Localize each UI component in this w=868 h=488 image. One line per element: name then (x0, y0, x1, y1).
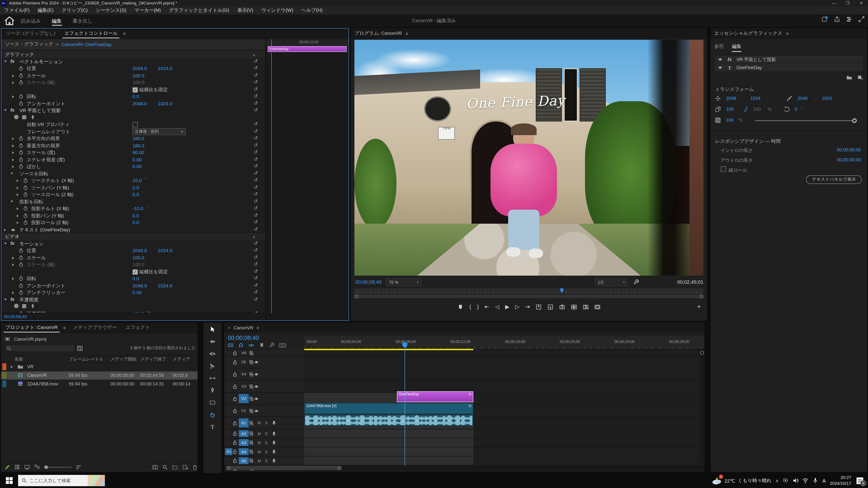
captions-icon[interactable]: CC (280, 343, 285, 348)
close-icon[interactable]: × (228, 325, 230, 330)
track-lock-icon[interactable] (232, 372, 237, 377)
project-tab-メディアブラウザー[interactable]: メディアブラウザー (68, 322, 121, 333)
stopwatch-icon[interactable] (19, 255, 24, 260)
timeline-vertical-scrollbar[interactable] (700, 350, 704, 463)
chevron-right-icon[interactable] (12, 256, 14, 259)
track-header-A1[interactable]: A1MS (224, 417, 304, 429)
track-target-A2[interactable]: A2 (239, 430, 249, 437)
sync-lock-icon[interactable] (249, 350, 254, 355)
property-value[interactable]: 100.0 (132, 255, 145, 260)
graphics-layer-OneFineDay[interactable]: TOneFineDay (715, 64, 863, 72)
property-value[interactable]: 10.0 (132, 177, 142, 183)
reset-parameter-icon[interactable]: ↺ (254, 191, 258, 197)
reset-parameter-icon[interactable]: ↺ (254, 198, 258, 204)
chevron-right-icon[interactable] (12, 144, 14, 147)
sequence-tab[interactable]: × CanonVR ≡ (224, 323, 704, 332)
track-output-eye-icon[interactable] (254, 384, 259, 388)
tool-track-select-icon[interactable] (209, 338, 216, 345)
stopwatch-icon[interactable] (19, 136, 24, 141)
thumbnail-zoom-slider[interactable] (44, 467, 71, 468)
property-value[interactable]: 0.0 (132, 213, 139, 218)
tool-razor-icon[interactable] (209, 363, 216, 369)
stopwatch-icon[interactable] (19, 73, 24, 78)
stopwatch-icon[interactable] (19, 157, 24, 162)
stopwatch-icon[interactable] (19, 262, 24, 267)
layer-visibility-icon[interactable] (717, 66, 723, 70)
chevron-right-icon[interactable] (12, 151, 14, 154)
chevron-down-icon[interactable] (4, 298, 7, 300)
reset-parameter-icon[interactable]: ↺ (254, 254, 258, 260)
button-editor-icon[interactable]: + (697, 303, 701, 310)
track-lock-icon[interactable] (232, 384, 237, 389)
reset-parameter-icon[interactable]: ↺ (254, 247, 258, 253)
property-value[interactable]: 180.0 (132, 135, 145, 141)
stopwatch-icon[interactable] (19, 248, 24, 253)
track-target-V4[interactable]: V4 (239, 369, 249, 379)
track-header-V4[interactable]: V4 (224, 368, 304, 380)
tool-selection-icon[interactable] (209, 326, 216, 332)
checkbox[interactable]: ✓ (132, 87, 138, 92)
workspace-tab-書き出し[interactable]: 書き出し (67, 14, 98, 27)
timeline-current-time[interactable]: 00;00;08;40 (228, 334, 259, 341)
weather-widget[interactable]: 1 22℃ くもり時々晴れ (712, 476, 772, 485)
comparison-view-icon[interactable] (583, 304, 589, 310)
search-bin-icon[interactable] (76, 344, 84, 352)
chevron-right-icon[interactable] (12, 137, 14, 140)
track-target-V1[interactable]: V1 (239, 406, 249, 416)
property-value[interactable]: -10.0 (132, 205, 143, 211)
reset-parameter-icon[interactable]: ↺ (254, 275, 258, 281)
reset-parameter-icon[interactable]: ↺ (254, 86, 258, 92)
zoom-level-select[interactable]: 75 %∨ (386, 278, 421, 286)
track-target-A4[interactable]: A4 (239, 448, 249, 455)
reset-parameter-icon[interactable]: ↺ (254, 72, 258, 78)
reset-parameter-icon[interactable]: ↺ (254, 268, 258, 274)
track-lane-V3[interactable] (304, 381, 704, 392)
stopwatch-icon[interactable] (23, 206, 28, 211)
tool-hand-icon[interactable] (209, 412, 216, 418)
stopwatch-icon[interactable] (23, 178, 28, 183)
sort-icon[interactable] (76, 464, 81, 470)
eg-tab-参照[interactable]: 参照 (714, 43, 724, 50)
search-highlight-image[interactable] (88, 475, 105, 486)
reset-parameter-icon[interactable]: ↺ (254, 240, 258, 246)
checkbox[interactable] (132, 122, 138, 127)
menu-item[interactable]: 表示(V) (233, 7, 257, 13)
anchor-x[interactable]: 2048 (798, 96, 808, 101)
layer-visibility-icon[interactable] (717, 57, 723, 61)
track-lock-icon[interactable] (232, 350, 237, 355)
linked-selection-icon[interactable] (249, 343, 254, 348)
effect-eye-icon[interactable] (10, 228, 16, 232)
minimize-button[interactable]: — (827, 0, 841, 6)
selector-target[interactable]: CanonVR• OneFineDay (61, 41, 112, 47)
stopwatch-icon[interactable] (23, 220, 28, 225)
zoom-knob[interactable] (44, 465, 48, 469)
stopwatch-icon[interactable] (19, 290, 24, 295)
automate-to-sequence-icon[interactable] (152, 464, 158, 470)
track-lock-icon[interactable] (232, 408, 237, 413)
chevron-right-icon[interactable] (17, 193, 19, 196)
clock[interactable]: 20:27 2024/10/17 (830, 475, 851, 486)
reset-parameter-icon[interactable]: ↺ (254, 282, 258, 288)
opacity-slider-knob[interactable] (852, 119, 857, 123)
label-color-swatch[interactable] (2, 381, 6, 387)
track-header-V6[interactable]: V6 (224, 350, 304, 356)
reset-parameter-icon[interactable]: ↺ (254, 177, 258, 183)
mute-button[interactable]: M (258, 431, 261, 436)
settings-wrench-icon[interactable] (633, 279, 639, 285)
sync-lock-icon[interactable] (249, 431, 254, 436)
chevron-down-icon[interactable] (4, 242, 7, 244)
track-target-V3[interactable]: V3 (239, 382, 249, 391)
reset-parameter-icon[interactable]: ↺ (254, 58, 258, 64)
chevron-right-icon[interactable] (12, 165, 14, 168)
track-lock-icon[interactable] (232, 359, 237, 364)
mute-button[interactable]: M (258, 449, 261, 454)
scale-value[interactable]: 100 (726, 107, 734, 111)
sync-lock-icon[interactable] (249, 440, 254, 445)
checkbox[interactable]: ✓ (132, 269, 138, 274)
chevron-right-icon[interactable] (11, 365, 13, 368)
sync-lock-icon[interactable] (249, 372, 254, 377)
tool-pen-icon[interactable] (209, 387, 216, 394)
reset-parameter-icon[interactable]: ↺ (254, 149, 258, 155)
track-target-V2[interactable]: V2 (239, 394, 249, 403)
track-lock-icon[interactable] (232, 458, 237, 463)
